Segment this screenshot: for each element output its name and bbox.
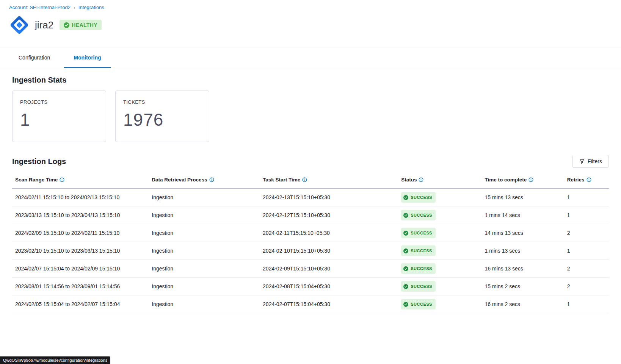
status-cell: SUCCESS [401,295,485,313]
status-label: SUCCESS [411,283,432,290]
filters-button[interactable]: Filters [572,155,609,168]
stat-value: 1976 [123,109,201,130]
task-start-cell: 2024-02-10T15:15:10+05:30 [263,242,401,260]
stat-label: TICKETS [123,99,201,105]
status-badge: SUCCESS [401,281,436,292]
info-icon[interactable] [419,177,423,182]
stat-card-tickets: TICKETS 1976 [115,91,209,142]
chevron-right-icon: › [74,5,75,10]
scan-range-cell: 2023/03/13 15:15:10 to 2023/04/13 15:15:… [12,206,152,224]
time-to-complete-cell: 16 mins 13 secs [485,260,567,278]
process-cell: Ingestion [152,242,263,260]
info-icon[interactable] [302,177,307,182]
scan-range-cell: 2024/02/09 15:15:10 to 2024/02/11 15:15:… [12,224,152,242]
url-preview-tooltip: QwqOSlIWp9ob7w/module/sei/configuration/… [0,356,110,364]
retries-cell: 2 [567,224,609,242]
status-badge: SUCCESS [401,245,436,256]
jira-logo-icon [9,15,30,35]
health-status-label: HEALTHY [72,22,97,28]
column-header-scan-range: Scan Range Time [12,174,152,188]
info-icon[interactable] [60,177,64,182]
retries-cell: 2 [567,260,609,278]
check-circle-icon [403,195,408,200]
status-label: SUCCESS [411,229,432,237]
status-badge: SUCCESS [401,210,436,220]
info-icon[interactable] [586,177,591,182]
task-start-cell: 2024-02-11T15:15:10+05:30 [263,224,401,242]
table-row: 2024/02/11 15:15:10 to 2024/02/13 15:15:… [12,188,609,206]
stat-value: 1 [20,109,98,130]
retries-cell: 1 [567,242,609,260]
process-cell: Ingestion [152,295,263,313]
retries-cell: 1 [567,295,609,313]
tab-monitoring[interactable]: Monitoring [64,48,110,68]
breadcrumb: Account: SEI-Internal-Prod2 › Integratio… [9,5,612,10]
retries-cell: 1 [567,188,609,206]
table-header-row: Scan Range Time Data Retrieval Process T… [12,174,609,188]
column-header-task-start: Task Start Time [263,174,401,188]
ingestion-logs-header: Ingestion Logs Filters [12,155,609,168]
process-cell: Ingestion [152,224,263,242]
column-label: Status [401,177,417,183]
tab-configuration[interactable]: Configuration [9,48,60,68]
check-circle-icon [403,248,408,253]
tab-bar: Configuration Monitoring [0,48,621,68]
status-label: SUCCESS [411,194,432,201]
task-start-cell: 2024-02-09T15:15:10+05:30 [263,260,401,278]
time-to-complete-cell: 15 mins 13 secs [485,188,567,206]
status-badge: SUCCESS [401,228,436,238]
scan-range-cell: 2024/02/11 15:15:10 to 2024/02/13 15:15:… [12,188,152,206]
page-header: Account: SEI-Internal-Prod2 › Integratio… [0,0,621,48]
check-circle-icon [403,231,408,236]
process-cell: Ingestion [152,260,263,278]
status-cell: SUCCESS [401,224,485,242]
time-to-complete-cell: 1 mins 13 secs [485,242,567,260]
status-label: SUCCESS [411,247,432,255]
process-cell: Ingestion [152,188,263,206]
table-row: 2024/02/05 15:15:04 to 2024/02/07 15:15:… [12,295,609,313]
stat-label: PROJECTS [20,99,98,105]
time-to-complete-cell: 16 mins 2 secs [485,295,567,313]
check-circle-icon [403,266,408,271]
info-icon[interactable] [528,177,533,182]
title-row: jira2 HEALTHY [9,15,612,35]
check-circle-icon [403,302,408,307]
table-row: 2023/03/13 15:15:10 to 2023/04/13 15:15:… [12,206,609,224]
status-label: SUCCESS [411,265,432,272]
task-start-cell: 2024-02-13T15:15:10+05:30 [263,188,401,206]
task-start-cell: 2024-02-12T15:15:10+05:30 [263,206,401,224]
retries-cell: 2 [567,278,609,295]
breadcrumb-integrations-link[interactable]: Integrations [78,5,104,10]
check-circle-icon [403,213,408,218]
check-circle-icon [64,22,69,28]
breadcrumb-account-link[interactable]: Account: SEI-Internal-Prod2 [9,5,71,10]
task-start-cell: 2024-02-08T15:15:04+05:30 [263,278,401,295]
page-title: jira2 [35,19,53,31]
time-to-complete-cell: 15 mins 2 secs [485,278,567,295]
status-cell: SUCCESS [401,242,485,260]
scan-range-cell: 2023/08/01 15:14:56 to 2023/09/01 15:14:… [12,278,152,295]
column-label: Time to complete [485,177,527,183]
process-cell: Ingestion [152,278,263,295]
status-cell: SUCCESS [401,206,485,224]
scan-range-cell: 2024/02/07 15:15:04 to 2024/02/09 15:15:… [12,260,152,278]
column-header-time-to-complete: Time to complete [485,174,567,188]
retries-cell: 1 [567,206,609,224]
column-label: Task Start Time [263,177,300,183]
table-row: 2024/02/07 15:15:04 to 2024/02/09 15:15:… [12,260,609,278]
table-row: 2023/08/01 15:14:56 to 2023/09/01 15:14:… [12,278,609,295]
time-to-complete-cell: 14 mins 13 secs [485,224,567,242]
column-header-status: Status [401,174,485,188]
table-row: 2023/02/10 15:15:10 to 2023/03/13 15:15:… [12,242,609,260]
scan-range-cell: 2024/02/05 15:15:04 to 2024/02/07 15:15:… [12,295,152,313]
table-row: 2024/02/09 15:15:10 to 2024/02/11 15:15:… [12,224,609,242]
filters-button-label: Filters [588,158,602,164]
column-label: Data Retrieval Process [152,177,207,183]
info-icon[interactable] [209,177,214,182]
main-content: Ingestion Stats PROJECTS 1 TICKETS 1976 … [0,68,621,313]
column-label: Retries [567,177,585,183]
column-label: Scan Range Time [15,177,58,183]
status-cell: SUCCESS [401,188,485,206]
status-cell: SUCCESS [401,278,485,295]
filter-funnel-icon [579,159,585,164]
